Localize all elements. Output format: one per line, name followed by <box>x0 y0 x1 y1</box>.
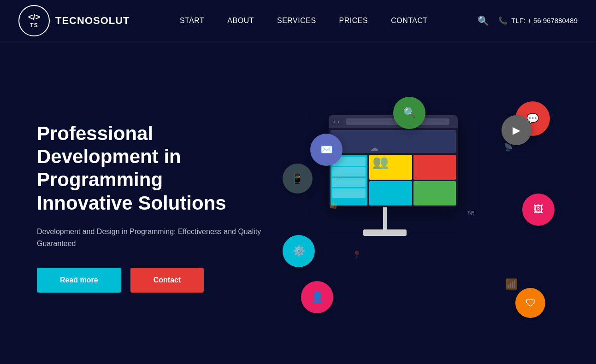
browser-arrows: ‹› <box>333 119 339 124</box>
circle-mobile-icon: 📱 <box>283 164 313 194</box>
logo-ts-text: TS <box>30 22 38 29</box>
logo-code-icon: </> <box>28 12 40 22</box>
read-more-button[interactable]: Read more <box>37 268 121 293</box>
hero-title-line1: Professional Development in <box>37 123 181 167</box>
circle-shield-icon: 🛡 <box>515 288 545 318</box>
circle-gear-icon: ⚙️ <box>283 235 315 267</box>
circle-email-icon: ✉️ <box>310 134 342 166</box>
circle-user-icon: 👤 <box>301 281 333 313</box>
monitor-screen <box>329 128 458 207</box>
monitor-base <box>363 229 407 236</box>
pin-decoration: 📍 <box>352 250 362 260</box>
circle-image-icon: 🖼 <box>522 194 555 226</box>
phone-number: TLF: + 56 967880489 <box>511 17 578 24</box>
monitor-stand <box>383 207 387 230</box>
hero-buttons: Read more Contact <box>37 268 277 293</box>
nav-link-start[interactable]: START <box>180 17 204 24</box>
content-block-red <box>413 155 456 180</box>
nav-item-services[interactable]: SERVICES <box>277 17 316 25</box>
thumb-decoration: 👍 <box>329 200 338 209</box>
search-button[interactable]: 🔍 <box>478 15 489 26</box>
phone-info: 📞 TLF: + 56 967880489 <box>498 16 578 25</box>
content-block-green <box>413 181 456 206</box>
screen-header <box>330 130 456 153</box>
hero-illustration: ‹› <box>283 88 559 327</box>
nav-link-services[interactable]: SERVICES <box>277 17 316 24</box>
hero-subtitle: Development and Design in Programming: E… <box>37 226 277 249</box>
circle-media-icon: ▶ <box>502 115 531 145</box>
brand-name-text: TECNOSOLUT <box>55 15 130 27</box>
navbar: </> TS TECNOSOLUT START ABOUT SERVICES P… <box>0 0 596 41</box>
monitor-top-bar: ‹› <box>329 115 458 128</box>
hero-title-line3: Innovative Solutions <box>37 192 226 214</box>
wifi-decoration: 📶 <box>505 278 518 290</box>
cloud-decoration: ☁ <box>370 143 378 153</box>
nav-link-about[interactable]: ABOUT <box>227 17 254 24</box>
brand-logo-icon: </> TS <box>18 5 50 36</box>
signal-decoration: 📡 <box>504 143 513 152</box>
nav-item-prices[interactable]: PRICES <box>339 17 368 25</box>
map-decoration: 🗺 <box>467 210 474 217</box>
nav-links: START ABOUT SERVICES PRICES CONTACT <box>180 17 428 25</box>
hero-title-line2: Programming <box>37 169 163 190</box>
nav-link-contact[interactable]: CONTACT <box>391 17 428 24</box>
nav-link-prices[interactable]: PRICES <box>339 17 368 24</box>
people-icon: 👥 <box>372 154 389 170</box>
brand-logo-link[interactable]: </> TS TECNOSOLUT <box>18 5 130 36</box>
nav-item-contact[interactable]: CONTACT <box>391 17 428 25</box>
nav-item-start[interactable]: START <box>180 17 204 25</box>
circle-search-icon: 🔍 <box>393 97 425 129</box>
hero-section: Professional Development in Programming … <box>0 41 596 364</box>
nav-right: 🔍 📞 TLF: + 56 967880489 <box>478 15 578 26</box>
link-decoration: 🔗 <box>333 173 342 182</box>
contact-button[interactable]: Contact <box>130 268 204 293</box>
phone-icon: 📞 <box>498 16 507 25</box>
content-block-cyan <box>369 181 412 206</box>
hero-content: Professional Development in Programming … <box>37 122 277 293</box>
nav-item-about[interactable]: ABOUT <box>227 17 254 25</box>
hero-title: Professional Development in Programming … <box>37 122 277 215</box>
monitor-illustration: ‹› <box>329 115 458 207</box>
sidebar-block-4 <box>332 188 366 198</box>
